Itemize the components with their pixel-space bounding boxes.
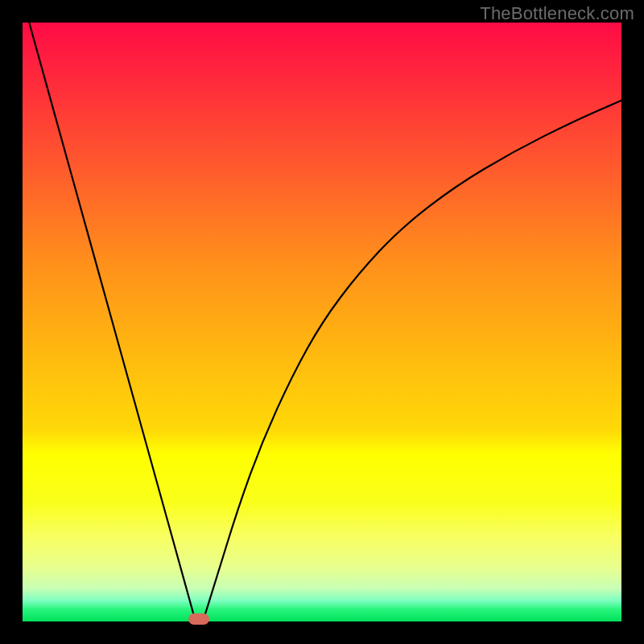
watermark-text: TheBottleneck.com	[480, 3, 634, 24]
curve-right-branch	[204, 101, 621, 620]
plot-area	[23, 23, 621, 621]
optimum-marker	[188, 613, 209, 625]
curve-left-branch	[23, 23, 195, 620]
bottleneck-curve	[23, 23, 621, 621]
